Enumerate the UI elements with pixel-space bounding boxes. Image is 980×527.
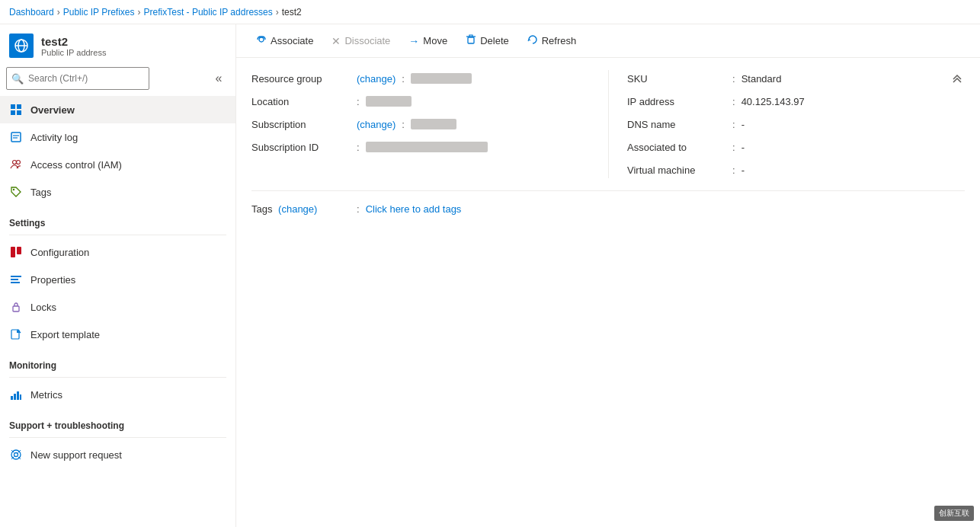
- sku-value: Standard: [741, 73, 782, 85]
- svg-point-12: [17, 161, 21, 164]
- svg-rect-16: [11, 276, 21, 277]
- refresh-icon: [527, 34, 538, 47]
- support-icon: [9, 448, 23, 462]
- search-wrap: 🔍: [6, 67, 205, 90]
- sidebar-header: test2 Public IP address: [0, 24, 235, 64]
- collapse-button[interactable]: «: [208, 68, 229, 89]
- virtual-machine-row: Virtual machine : -: [627, 161, 965, 178]
- sidebar-item-locks[interactable]: Locks: [0, 293, 235, 321]
- breadcrumb: Dashboard › Public IP Prefixes › PrefixT…: [0, 0, 980, 24]
- svg-rect-5: [17, 104, 21, 109]
- resource-icon: [9, 34, 34, 58]
- dissociate-label: Dissociate: [344, 35, 390, 46]
- sidebar-item-metrics-label: Metrics: [30, 389, 62, 401]
- subscription-id-value: [366, 142, 488, 152]
- svg-rect-7: [17, 110, 21, 115]
- activity-log-icon: [9, 130, 23, 144]
- sidebar-item-export-template[interactable]: Export template: [0, 321, 235, 348]
- breadcrumb-current: test2: [282, 7, 302, 18]
- resource-type: Public IP address: [41, 48, 106, 57]
- search-input[interactable]: [6, 67, 149, 90]
- sidebar-item-configuration-label: Configuration: [30, 247, 89, 258]
- move-icon: →: [408, 35, 419, 47]
- associate-button[interactable]: Associate: [248, 29, 321, 53]
- sku-label: SKU: [627, 73, 726, 85]
- main-panel: Associate ✕ Dissociate → Move Delete: [236, 24, 980, 527]
- svg-rect-15: [17, 247, 21, 254]
- svg-rect-8: [11, 133, 21, 142]
- sidebar-search-area: 🔍 «: [0, 64, 235, 96]
- sidebar-item-metrics[interactable]: Metrics: [0, 381, 235, 408]
- tags-label: Tags (change): [251, 203, 351, 215]
- subscription-value: [411, 119, 456, 129]
- sidebar-item-access-control[interactable]: Access control (IAM): [0, 151, 235, 178]
- breadcrumb-prefixes[interactable]: Public IP Prefixes: [63, 7, 135, 18]
- vm-label: Virtual machine: [627, 164, 726, 176]
- sidebar-item-tags[interactable]: Tags: [0, 178, 235, 206]
- svg-point-13: [13, 189, 14, 190]
- svg-rect-14: [11, 247, 15, 257]
- toolbar: Associate ✕ Dissociate → Move Delete: [236, 24, 980, 58]
- resource-title-block: test2 Public IP address: [41, 35, 106, 57]
- subscription-row: Subscription (change) :: [251, 116, 608, 133]
- content-area: Resource group (change) : Location :: [236, 58, 980, 527]
- sidebar: test2 Public IP address 🔍 « Overview: [0, 24, 236, 527]
- sidebar-item-properties-label: Properties: [30, 274, 75, 286]
- sidebar-item-tags-label: Tags: [30, 187, 51, 198]
- ip-value: 40.125.143.97: [741, 96, 805, 107]
- sidebar-nav: Overview Activity log: [0, 96, 235, 527]
- sidebar-item-iam-label: Access control (IAM): [30, 159, 122, 171]
- vm-value: -: [741, 164, 745, 176]
- watermark: 创新互联: [934, 506, 974, 521]
- resource-name: test2: [41, 35, 106, 48]
- subscription-id-row: Subscription ID :: [251, 139, 608, 155]
- breadcrumb-prefix-test[interactable]: PrefixTest - Public IP addresses: [144, 7, 273, 18]
- sidebar-item-activity-log[interactable]: Activity log: [0, 123, 235, 151]
- tags-icon: [9, 185, 23, 199]
- svg-point-27: [14, 453, 18, 457]
- info-grid: Resource group (change) : Location :: [251, 70, 965, 191]
- ip-label: IP address: [627, 96, 726, 107]
- move-button[interactable]: → Move: [401, 29, 455, 53]
- support-section-label: Support + troubleshooting: [0, 408, 235, 434]
- delete-button[interactable]: Delete: [458, 29, 517, 53]
- svg-rect-25: [20, 394, 21, 400]
- svg-rect-18: [11, 282, 20, 283]
- tags-change-link[interactable]: (change): [278, 203, 317, 215]
- location-value: [366, 96, 412, 107]
- breadcrumb-dashboard[interactable]: Dashboard: [9, 7, 54, 18]
- support-divider: [9, 437, 226, 438]
- refresh-label: Refresh: [542, 35, 577, 46]
- dissociate-button[interactable]: ✕ Dissociate: [324, 29, 398, 53]
- metrics-icon: [9, 388, 23, 401]
- ip-address-row: IP address : 40.125.143.97: [627, 93, 965, 110]
- config-icon: [9, 245, 23, 259]
- location-row: Location :: [251, 93, 608, 110]
- sidebar-item-overview[interactable]: Overview: [0, 96, 235, 123]
- sidebar-item-support-label: New support request: [30, 449, 122, 461]
- info-right: SKU : Standard IP address : 40.125.143.9…: [608, 70, 965, 178]
- tags-add-link[interactable]: Click here to add tags: [366, 203, 462, 215]
- subscription-label: Subscription: [251, 119, 351, 130]
- details-wrapper: Resource group (change) : Location :: [251, 70, 965, 215]
- svg-rect-33: [468, 37, 474, 43]
- resource-group-change[interactable]: (change): [357, 73, 396, 85]
- sidebar-item-properties[interactable]: Properties: [0, 266, 235, 293]
- public-ip-icon: [9, 34, 34, 58]
- sidebar-item-activity-log-label: Activity log: [30, 132, 78, 143]
- sidebar-item-new-support-request[interactable]: New support request: [0, 441, 235, 468]
- sidebar-item-configuration[interactable]: Configuration: [0, 238, 235, 266]
- dissociate-icon: ✕: [331, 35, 341, 47]
- refresh-button[interactable]: Refresh: [520, 29, 584, 53]
- locks-icon: [9, 300, 23, 314]
- sidebar-item-locks-label: Locks: [30, 302, 56, 313]
- sidebar-item-export-template-label: Export template: [30, 329, 100, 340]
- svg-rect-17: [11, 279, 18, 280]
- collapse-section-button[interactable]: [950, 70, 965, 88]
- move-label: Move: [423, 35, 447, 46]
- dns-label: DNS name: [627, 119, 726, 130]
- associated-value: -: [741, 142, 745, 153]
- subscription-change[interactable]: (change): [357, 119, 396, 130]
- resource-group-label: Resource group: [251, 73, 351, 85]
- svg-rect-24: [17, 391, 19, 400]
